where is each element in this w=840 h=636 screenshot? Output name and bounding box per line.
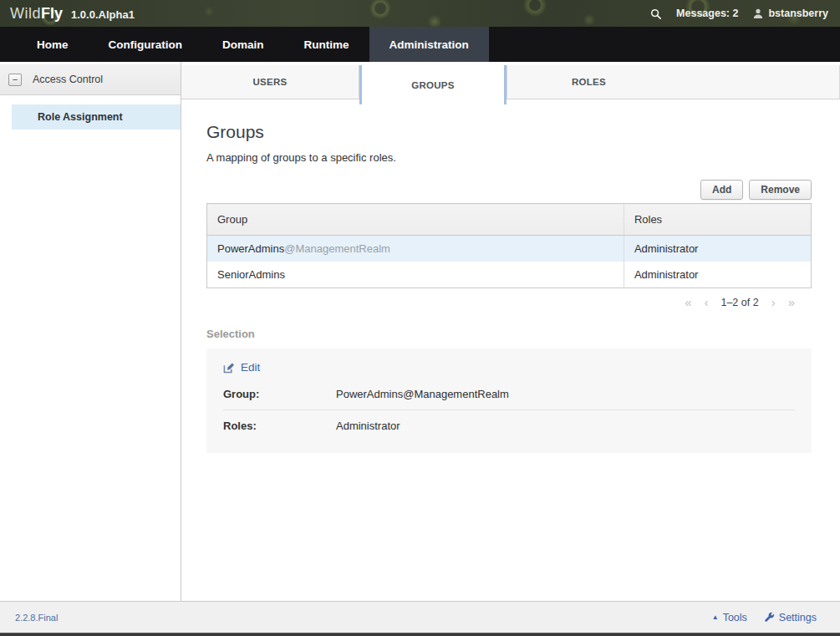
main-nav: Home Configuration Domain Runtime Admini…: [0, 27, 840, 62]
tabbar-filler: [670, 65, 840, 99]
product-version: 1.0.0.Alpha1: [71, 8, 135, 21]
roles-field-value: Administrator: [336, 420, 400, 432]
settings-button[interactable]: Settings: [764, 612, 817, 623]
groups-table: Group Roles PowerAdmins@ManagementRealm …: [206, 203, 812, 288]
app-body: − Access Control Role Assignment USERS G…: [0, 62, 840, 601]
edit-icon: [223, 362, 235, 374]
main-panel: USERS GROUPS ROLES Groups A mapping of g…: [181, 62, 840, 601]
username-label: bstansberry: [768, 8, 828, 19]
app-header: WildFly 1.0.0.Alpha1 Messages: 2 bstansb…: [0, 0, 840, 27]
footer-links: ▲ Tools Settings: [712, 612, 817, 623]
page-title: Groups: [206, 122, 812, 142]
roles-cell: Administrator: [624, 236, 811, 262]
roles-cell: Administrator: [624, 262, 811, 288]
nav-item-home[interactable]: Home: [17, 27, 89, 62]
table-row[interactable]: PowerAdmins@ManagementRealm Administrato…: [207, 236, 812, 262]
roles-field-label: Roles:: [223, 420, 336, 432]
next-page-button[interactable]: ›: [771, 296, 776, 308]
sidebar-section-label: Access Control: [33, 74, 103, 85]
tools-label: Tools: [723, 612, 747, 623]
selection-panel: Edit Group: PowerAdmins@ManagementRealm …: [206, 349, 812, 453]
sidebar-item-role-assignment[interactable]: Role Assignment: [12, 104, 181, 130]
sidebar: − Access Control Role Assignment: [0, 62, 181, 601]
collapse-section-button[interactable]: −: [8, 74, 22, 86]
chevron-up-icon: ▲: [712, 613, 719, 621]
add-button[interactable]: Add: [700, 180, 743, 200]
nav-item-administration[interactable]: Administration: [369, 27, 489, 62]
table-row[interactable]: SeniorAdmins Administrator: [207, 262, 812, 288]
group-field-label: Group:: [223, 388, 336, 400]
minus-icon: −: [13, 75, 18, 84]
logo-fly: Fly: [41, 5, 63, 23]
table-header-row: Group Roles: [207, 204, 812, 236]
page-range-label: 1–2 of 2: [720, 297, 758, 308]
realm-suffix: @ManagementRealm: [284, 242, 390, 255]
messages-label: Messages: 2: [676, 8, 738, 19]
column-header-group: Group: [207, 204, 624, 236]
table-toolbar: Add Remove: [206, 180, 812, 200]
tab-users[interactable]: USERS: [181, 65, 359, 99]
sidebar-section-access-control: − Access Control: [0, 64, 181, 95]
nav-item-configuration[interactable]: Configuration: [89, 27, 202, 62]
wrench-icon: [764, 612, 775, 623]
group-cell: SeniorAdmins: [207, 262, 624, 288]
messages-indicator[interactable]: Messages: 2: [676, 8, 738, 19]
edit-link[interactable]: Edit: [223, 361, 260, 374]
selection-field-roles: Roles: Administrator: [223, 410, 795, 441]
tab-roles[interactable]: ROLES: [507, 65, 670, 99]
pagination: « ‹ 1–2 of 2 › »: [206, 296, 795, 308]
edit-link-label: Edit: [241, 361, 260, 374]
user-icon: [753, 8, 763, 18]
console-version: 2.2.8.Final: [15, 613, 58, 623]
last-page-button[interactable]: »: [788, 296, 795, 308]
column-header-roles: Roles: [624, 204, 811, 236]
first-page-button[interactable]: «: [685, 296, 691, 308]
group-cell: PowerAdmins@ManagementRealm: [207, 236, 624, 262]
nav-item-runtime[interactable]: Runtime: [284, 27, 369, 62]
remove-button[interactable]: Remove: [749, 180, 812, 200]
user-menu[interactable]: bstansberry: [753, 8, 828, 19]
tabbar: USERS GROUPS ROLES: [181, 65, 840, 99]
logo-wild: Wild: [10, 5, 41, 23]
wildfly-logo: WildFly 1.0.0.Alpha1: [10, 5, 135, 23]
header-utilities: Messages: 2 bstansberry: [650, 8, 828, 19]
search-icon: [650, 8, 661, 19]
tab-groups[interactable]: GROUPS: [359, 65, 507, 104]
selection-title: Selection: [206, 328, 812, 340]
sidebar-item-label: Role Assignment: [38, 111, 123, 123]
bottom-edge-strip: [0, 633, 840, 636]
groups-content: Groups A mapping of groups to a specific…: [181, 99, 840, 601]
nav-item-domain[interactable]: Domain: [202, 27, 284, 62]
footer: 2.2.8.Final ▲ Tools Settings: [0, 601, 840, 633]
search-button[interactable]: [650, 8, 661, 19]
group-field-value: PowerAdmins@ManagementRealm: [336, 388, 509, 400]
settings-label: Settings: [779, 612, 817, 623]
page-description: A mapping of groups to a specific roles.: [206, 151, 812, 164]
prev-page-button[interactable]: ‹: [704, 296, 708, 308]
selection-field-group: Group: PowerAdmins@ManagementRealm: [223, 379, 795, 410]
tools-button[interactable]: ▲ Tools: [712, 612, 747, 623]
